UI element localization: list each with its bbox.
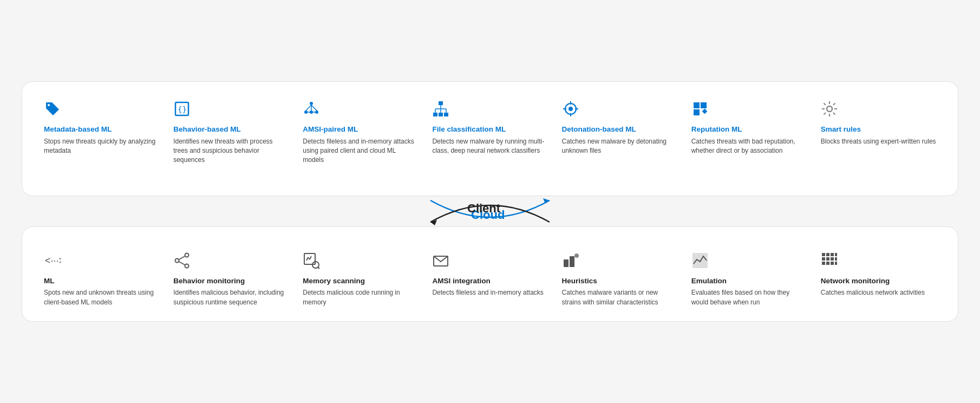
svg-point-31 xyxy=(827,106,832,112)
cloud-desc-0: Stops new threats quickly by analyzing m… xyxy=(44,137,159,156)
svg-point-3 xyxy=(310,102,313,105)
cloud-desc-2: Detects fileless and in-memory attacks u… xyxy=(303,137,418,165)
cloud-item-0: Metadata-based ML Stops new threats quic… xyxy=(40,97,164,168)
svg-text:<···>: <···> xyxy=(45,255,61,266)
cloud-desc-3: Detects new malware by running multi-cla… xyxy=(432,137,547,156)
svg-line-39 xyxy=(824,113,826,115)
svg-line-49 xyxy=(179,262,185,265)
cloud-desc-5: Catches threats with bad reputation, whe… xyxy=(691,137,807,156)
client-panel: <···> ML Spots new and unknown threats u… xyxy=(22,226,958,322)
svg-line-51 xyxy=(306,257,308,261)
svg-point-59 xyxy=(574,253,579,258)
svg-line-37 xyxy=(833,113,835,115)
client-icon-0: <···> xyxy=(44,252,159,272)
svg-rect-68 xyxy=(835,257,837,261)
cloud-item-2: AMSI-paired ML Detects fileless and in-m… xyxy=(298,97,422,168)
cloud-icon-3 xyxy=(432,100,547,120)
client-desc-5: Evaluates files based on how they would … xyxy=(691,288,807,307)
svg-rect-30 xyxy=(702,109,707,114)
svg-point-22 xyxy=(569,107,573,111)
cloud-title-2: AMSI-paired ML xyxy=(303,125,418,134)
cloud-icon-6 xyxy=(821,100,936,120)
svg-line-48 xyxy=(179,256,185,259)
client-icon-5 xyxy=(691,252,807,272)
client-item-5: Emulation Evaluates files based on how t… xyxy=(687,249,811,310)
svg-rect-66 xyxy=(826,257,829,261)
client-icon-6 xyxy=(821,252,936,272)
svg-rect-27 xyxy=(694,102,700,108)
cloud-title-0: Metadata-based ML xyxy=(44,125,159,134)
client-desc-6: Catches malicious network activities xyxy=(821,288,936,297)
cloud-icon-2 xyxy=(303,100,418,120)
client-item-3: AMSI integration Detects fileless and in… xyxy=(428,249,552,310)
svg-rect-63 xyxy=(831,253,834,256)
svg-rect-71 xyxy=(831,262,834,265)
client-title-0: ML xyxy=(44,276,159,286)
cloud-items-grid: Metadata-based ML Stops new threats quic… xyxy=(40,97,940,168)
svg-point-46 xyxy=(185,264,189,268)
svg-rect-57 xyxy=(564,259,569,267)
client-desc-4: Catches malware variants or new strains … xyxy=(562,288,677,307)
cloud-panel: Metadata-based ML Stops new threats quic… xyxy=(22,81,958,196)
svg-rect-29 xyxy=(694,109,700,115)
svg-line-55 xyxy=(318,267,319,269)
cloud-item-4: Detonation-based ML Catches new malware … xyxy=(558,97,682,168)
svg-line-7 xyxy=(306,105,311,110)
cloud-title-6: Smart rules xyxy=(821,125,936,134)
client-item-2: Memory scanning Detects malicious code r… xyxy=(298,249,422,310)
client-icon-3 xyxy=(432,252,547,272)
cloud-desc-1: Identifies new threats with process tree… xyxy=(173,137,289,165)
client-title-3: AMSI integration xyxy=(432,276,547,286)
svg-point-45 xyxy=(185,253,189,257)
svg-rect-69 xyxy=(822,262,825,265)
client-desc-0: Spots new and unknown threats using clie… xyxy=(44,288,159,307)
cloud-icon-4 xyxy=(562,100,677,120)
client-title-2: Memory scanning xyxy=(303,276,418,286)
svg-rect-61 xyxy=(822,253,825,256)
cloud-item-3: File classification ML Detects new malwa… xyxy=(428,97,552,168)
client-item-0: <···> ML Spots new and unknown threats u… xyxy=(40,249,164,310)
client-icon-2 xyxy=(303,252,418,272)
cloud-item-6: Smart rules Blocks threats using expert-… xyxy=(816,97,940,168)
svg-rect-72 xyxy=(835,262,837,265)
client-icon-1 xyxy=(173,252,289,272)
cloud-icon-0 xyxy=(44,100,159,120)
svg-rect-67 xyxy=(831,257,834,261)
client-title-1: Behavior monitoring xyxy=(173,276,289,286)
cloud-title-4: Detonation-based ML xyxy=(562,125,677,134)
svg-text:{}: {} xyxy=(178,105,187,114)
svg-point-47 xyxy=(175,258,179,262)
svg-rect-28 xyxy=(701,102,707,108)
client-desc-3: Detects fileless and in-memory attacks xyxy=(432,288,547,297)
svg-rect-12 xyxy=(439,101,443,105)
svg-rect-58 xyxy=(570,256,574,267)
client-icon-4 xyxy=(562,252,677,272)
svg-line-53 xyxy=(310,256,311,259)
svg-text:Client: Client xyxy=(467,202,501,215)
client-title-6: Network monitoring xyxy=(821,276,936,286)
client-item-6: Network monitoring Catches malicious net… xyxy=(816,249,940,310)
svg-line-9 xyxy=(311,105,317,110)
svg-rect-60 xyxy=(692,253,708,268)
svg-rect-14 xyxy=(439,113,443,116)
svg-line-36 xyxy=(824,103,826,105)
client-desc-2: Detects malicious code running in memory xyxy=(303,288,418,307)
client-title-5: Emulation xyxy=(691,276,807,286)
svg-rect-62 xyxy=(826,253,829,256)
svg-point-0 xyxy=(48,104,50,106)
client-item-1: Behavior monitoring Identifies malicious… xyxy=(169,249,293,310)
cloud-title-3: File classification ML xyxy=(432,125,547,134)
svg-rect-15 xyxy=(444,113,448,116)
cloud-title-5: Reputation ML xyxy=(691,125,807,134)
cloud-item-1: {} Behavior-based ML Identifies new thre… xyxy=(169,97,293,168)
client-arc-svg: Client xyxy=(420,196,560,226)
cloud-icon-1: {} xyxy=(173,100,289,120)
svg-rect-64 xyxy=(835,253,837,256)
client-item-4: Heuristics Catches malware variants or n… xyxy=(558,249,682,310)
svg-rect-65 xyxy=(822,257,825,261)
client-desc-1: Identifies malicious behavior, including… xyxy=(173,288,289,307)
cloud-desc-4: Catches new malware by detonating unknow… xyxy=(562,137,677,156)
cloud-item-5: Reputation ML Catches threats with bad r… xyxy=(687,97,811,168)
cloud-icon-5 xyxy=(691,100,807,120)
cloud-desc-6: Blocks threats using expert-written rule… xyxy=(821,137,936,146)
